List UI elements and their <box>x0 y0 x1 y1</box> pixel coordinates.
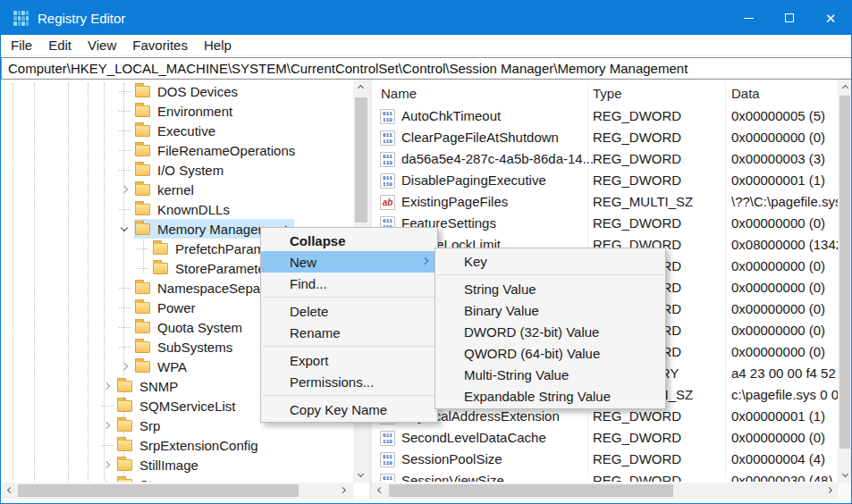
tree-item[interactable]: DOS Devices <box>2 83 244 101</box>
column-header-type[interactable]: Type <box>593 86 622 101</box>
table-row[interactable]: 011110SecondLevelDataCacheREG_DWORD0x000… <box>372 428 838 449</box>
tree-connector <box>114 337 134 357</box>
menu-item-binary-value[interactable]: Binary Value <box>435 299 665 321</box>
tree-hscroll-thumb[interactable] <box>18 484 299 497</box>
tree-item[interactable]: Memory Management <box>2 219 294 239</box>
list-horizontal-scrollbar[interactable] <box>372 483 838 499</box>
chevron-right-icon[interactable] <box>114 180 134 199</box>
column-header-name[interactable]: Name <box>381 86 417 101</box>
tree-item[interactable]: StillImage <box>2 455 205 475</box>
tree-item[interactable]: Quota System <box>2 317 249 337</box>
tree-item[interactable]: WPA <box>2 357 193 376</box>
table-row[interactable]: 011110ClearPageFileAtShutdownREG_DWORD0x… <box>372 128 838 149</box>
table-row[interactable]: 011110AutoChkTimeoutREG_DWORD0x00000005 … <box>372 106 838 128</box>
menu-item-multi-string-value[interactable]: Multi-String Value <box>435 364 665 385</box>
chevron-right-icon[interactable] <box>97 376 116 396</box>
tree-item-content[interactable]: DOS Devices <box>134 83 244 101</box>
tree-item[interactable]: SNMP <box>2 376 184 396</box>
list-vscroll-thumb[interactable] <box>839 96 850 449</box>
table-row[interactable]: 011110da56a5e4-287c-4a5b-86da-14...REG_D… <box>372 149 838 171</box>
tree-item-content[interactable]: SNMP <box>116 376 184 396</box>
tree-item[interactable]: SQMServiceList <box>2 396 242 416</box>
table-row[interactable]: 011110SessionPoolSizeREG_DWORD0x00000004… <box>372 449 838 471</box>
scroll-right-icon[interactable] <box>337 483 351 497</box>
tree-item[interactable]: Storage <box>2 475 193 482</box>
table-row[interactable]: 011110DisablePagingExecutiveREG_DWORD0x0… <box>372 171 838 192</box>
table-row[interactable]: 011110SessionViewSizeREG_DWORD0x00000030… <box>372 471 838 482</box>
menu-item-delete[interactable]: Delete <box>261 300 437 322</box>
scroll-down-icon[interactable] <box>838 468 852 483</box>
tree-item-content[interactable]: SubSystems <box>134 337 239 357</box>
tree-item-content[interactable]: I/O System <box>134 160 230 180</box>
scroll-left-icon[interactable] <box>372 483 386 497</box>
tree-item[interactable]: Executive <box>2 121 222 140</box>
menu-item-key[interactable]: Key <box>435 250 665 272</box>
tree-item[interactable]: Power <box>2 298 202 317</box>
table-row[interactable]: 011110FeatureSettingsREG_DWORD0x00000000… <box>372 214 838 235</box>
menu-help[interactable]: Help <box>196 38 240 53</box>
tree-item-content[interactable]: KnownDLLs <box>134 199 236 219</box>
menu-item-expandable-string-value[interactable]: Expandable String Value <box>435 385 665 407</box>
tree-item[interactable]: SrpExtensionConfig <box>2 435 265 455</box>
menu-item-permissions[interactable]: Permissions... <box>261 371 437 392</box>
scroll-up-icon[interactable] <box>353 80 367 94</box>
tree-item[interactable]: I/O System <box>2 160 230 180</box>
scroll-right-icon[interactable] <box>823 483 838 497</box>
menu-file[interactable]: File <box>3 38 40 53</box>
addressbar[interactable]: Computer\HKEY_LOCAL_MACHINE\SYSTEM\Curre… <box>1 57 852 80</box>
tree-item[interactable]: kernel <box>2 180 200 199</box>
tree-item-content[interactable]: Quota System <box>134 317 249 337</box>
tree-item-content[interactable]: FileRenameOperations <box>134 140 301 160</box>
menu-item-copy-key-name[interactable]: Copy Key Name <box>261 399 437 420</box>
minimize-button[interactable] <box>728 1 769 35</box>
menu-item-collapse[interactable]: Collapse <box>261 230 437 251</box>
tree-horizontal-scrollbar[interactable] <box>2 483 353 499</box>
tree-item[interactable]: Srp <box>2 416 166 435</box>
menu-item-string-value[interactable]: String Value <box>435 278 665 299</box>
chevron-right-icon[interactable] <box>114 357 134 376</box>
tree-item-content[interactable]: kernel <box>134 180 200 199</box>
tree-item[interactable]: PrefetchParameters <box>2 239 300 258</box>
scroll-down-icon[interactable] <box>353 468 367 483</box>
tree-item-content[interactable]: Power <box>134 298 202 317</box>
list-hscroll-thumb[interactable] <box>389 484 673 497</box>
menu-view[interactable]: View <box>80 38 124 53</box>
tree-item-content[interactable]: StillImage <box>116 455 205 475</box>
tree-vscroll-thumb[interactable] <box>355 97 367 223</box>
tree-item[interactable]: StoreParameters <box>2 258 283 278</box>
chevron-down-icon[interactable] <box>114 219 134 239</box>
list-vertical-scrollbar[interactable] <box>838 80 852 483</box>
table-row[interactable]: 011110PhysicalAddressExtensionREG_DWORD0… <box>372 407 838 428</box>
tree-item-content[interactable]: Executive <box>134 121 222 140</box>
tree-item-label: StillImage <box>137 458 201 473</box>
tree-item-content[interactable]: Environment <box>134 101 239 121</box>
chevron-right-icon[interactable] <box>97 455 116 475</box>
tree-item-content[interactable]: SrpExtensionConfig <box>116 435 265 455</box>
maximize-button[interactable] <box>769 1 810 35</box>
tree-item[interactable]: NamespaceSeparator <box>2 278 294 298</box>
tree-item-content[interactable]: Storage <box>116 475 193 482</box>
tree-item-content[interactable]: SQMServiceList <box>116 396 242 416</box>
close-button[interactable]: ✕ <box>810 1 851 35</box>
column-header-data[interactable]: Data <box>731 86 760 101</box>
tree-connector <box>114 199 134 219</box>
menu-item-qword-64-bit-value[interactable]: QWORD (64-bit) Value <box>435 342 665 364</box>
menu-item-new[interactable]: New <box>261 251 437 273</box>
scroll-up-icon[interactable] <box>838 80 852 94</box>
table-row[interactable]: abExistingPageFilesREG_MULTI_SZ\??\C:\pa… <box>372 192 838 214</box>
tree-item-content[interactable]: Srp <box>116 416 166 435</box>
scroll-left-icon[interactable] <box>2 483 16 497</box>
tree-item[interactable]: FileRenameOperations <box>2 140 301 160</box>
menu-item-export[interactable]: Export <box>261 349 437 371</box>
tree-item[interactable]: KnownDLLs <box>2 199 236 219</box>
menu-item-dword-32-bit-value[interactable]: DWORD (32-bit) Value <box>435 321 665 342</box>
chevron-right-icon[interactable] <box>97 416 116 435</box>
menu-favorites[interactable]: Favorites <box>124 38 196 53</box>
menu-item-rename[interactable]: Rename <box>261 322 437 343</box>
chevron-right-icon[interactable] <box>97 475 116 482</box>
tree-item-content[interactable]: WPA <box>134 357 193 376</box>
tree-item[interactable]: SubSystems <box>2 337 239 357</box>
menu-edit[interactable]: Edit <box>40 38 80 53</box>
tree-item[interactable]: Environment <box>2 101 239 121</box>
menu-item-find[interactable]: Find... <box>261 273 437 294</box>
